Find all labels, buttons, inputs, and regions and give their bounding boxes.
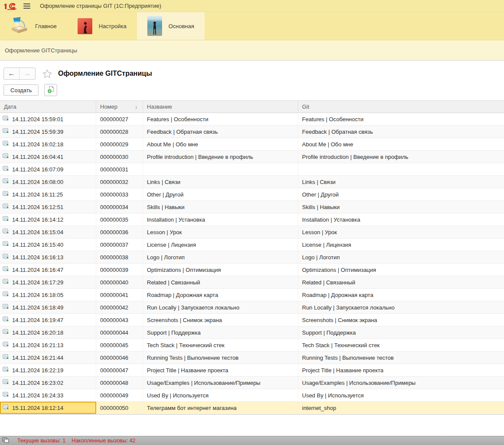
date-cell[interactable]: 14.11.2024 16:17:29 [0, 276, 96, 288]
forward-button[interactable]: → [20, 68, 35, 79]
table-row[interactable]: 14.11.2024 16:14:12 000000035 Installati… [0, 213, 504, 226]
git-cell[interactable]: Screenshots | Снимок экрана [298, 314, 504, 326]
date-cell[interactable]: 14.11.2024 16:12:51 [0, 201, 96, 213]
git-cell[interactable]: Features | Особенности [298, 113, 504, 125]
date-cell[interactable]: 14.11.2024 16:24:33 [0, 389, 96, 401]
number-cell[interactable]: 000000030 [96, 151, 143, 163]
date-cell[interactable]: 14.11.2024 16:22:19 [0, 364, 96, 376]
date-cell[interactable]: 14.11.2024 16:18:05 [0, 289, 96, 301]
name-cell[interactable]: Optimizations | Оптимизация [143, 264, 298, 276]
git-cell[interactable]: Feedback | Обратная связь [298, 126, 504, 138]
table-row[interactable]: 14.11.2024 16:07:09 000000031 [0, 163, 504, 176]
git-cell[interactable]: License | Лицензия [298, 239, 504, 251]
number-cell[interactable]: 000000042 [96, 301, 143, 313]
git-cell[interactable]: internet_shop [298, 402, 504, 414]
name-cell[interactable]: Other | Другой [143, 188, 298, 200]
git-cell[interactable]: Support | Поддержка [298, 326, 504, 339]
number-cell[interactable]: 000000027 [96, 113, 143, 125]
table-row[interactable]: 14.11.2024 16:18:05 000000041 Roadmap | … [0, 289, 504, 301]
name-cell[interactable]: Links | Связи [143, 176, 298, 188]
name-cell[interactable]: Project Title | Название проекта [143, 364, 298, 376]
number-cell[interactable]: 000000044 [96, 326, 143, 339]
name-cell[interactable]: Skills | Навыки [143, 201, 298, 213]
table-row[interactable]: 14.11.2024 16:24:33 000000049 Used By | … [0, 389, 504, 402]
git-cell[interactable]: Installation | Установка [298, 213, 504, 226]
date-cell[interactable]: 14.11.2024 16:15:04 [0, 226, 96, 238]
number-cell[interactable]: 000000033 [96, 188, 143, 200]
git-cell[interactable]: Run Locally | Запускается локально [298, 301, 504, 313]
favorite-star-icon[interactable] [42, 69, 52, 79]
number-cell[interactable]: 000000034 [96, 201, 143, 213]
git-cell[interactable]: Profile introduction | Введение в профил… [298, 151, 504, 163]
back-button[interactable]: ← [4, 68, 20, 79]
date-cell[interactable]: 15.11.2024 18:12:14 [0, 402, 96, 414]
date-cell[interactable]: 14.11.2024 16:02:18 [0, 138, 96, 150]
git-cell[interactable]: About Me | Обо мне [298, 138, 504, 150]
table-row[interactable]: 14.11.2024 15:59:39 000000028 Feedback |… [0, 126, 504, 138]
git-cell[interactable]: Roadmap | Дорожная карта [298, 289, 504, 301]
name-cell[interactable]: About Me | Обо мне [143, 138, 298, 150]
date-cell[interactable]: 14.11.2024 16:16:47 [0, 264, 96, 276]
date-cell[interactable]: 14.11.2024 15:59:39 [0, 126, 96, 138]
name-cell[interactable]: Run Locally | Запускается локально [143, 301, 298, 313]
main-menu-icon[interactable] [23, 3, 30, 9]
table-row[interactable]: 14.11.2024 16:20:18 000000044 Support | … [0, 326, 504, 339]
git-cell[interactable]: Links | Связи [298, 176, 504, 188]
name-cell[interactable]: Running Tests | Выполнение тестов [143, 351, 298, 364]
name-cell[interactable]: Screenshots | Снимок экрана [143, 314, 298, 326]
number-cell[interactable]: 000000043 [96, 314, 143, 326]
date-cell[interactable]: 14.11.2024 16:11:25 [0, 188, 96, 200]
table-row[interactable]: 14.11.2024 16:02:18 000000029 About Me |… [0, 138, 504, 151]
name-cell[interactable]: Logo | Логотип [143, 251, 298, 263]
table-row[interactable]: 14.11.2024 16:12:51 000000034 Skills | Н… [0, 201, 504, 213]
name-cell[interactable]: Profile introduction | Введение в профил… [143, 151, 298, 163]
name-cell[interactable]: Installation | Установка [143, 213, 298, 226]
git-cell[interactable]: Lesson | Урок [298, 226, 504, 238]
name-cell[interactable]: Support | Поддержка [143, 326, 298, 339]
table-row[interactable]: 14.11.2024 16:18:49 000000042 Run Locall… [0, 301, 504, 314]
tab-osnovnaya[interactable]: Основная [137, 12, 205, 40]
name-cell[interactable]: Tech Stack | Технический стек [143, 339, 298, 351]
date-cell[interactable]: 14.11.2024 16:04:41 [0, 151, 96, 163]
windows-icon[interactable] [2, 437, 10, 445]
number-cell[interactable]: 000000047 [96, 364, 143, 376]
name-cell[interactable]: Телеграмм бот интернет магазина [143, 402, 298, 414]
number-cell[interactable]: 000000041 [96, 289, 143, 301]
column-header-number[interactable]: Номер ↓ [96, 101, 143, 113]
name-cell[interactable]: Related | Связанный [143, 276, 298, 288]
git-cell[interactable]: Used By | Используется [298, 389, 504, 401]
date-cell[interactable]: 14.11.2024 16:08:00 [0, 176, 96, 188]
git-cell[interactable]: Other | Другой [298, 188, 504, 200]
column-header-name[interactable]: Название [143, 101, 298, 113]
date-cell[interactable]: 14.11.2024 16:21:13 [0, 339, 96, 351]
git-cell[interactable]: Logo | Логотип [298, 251, 504, 263]
date-cell[interactable]: 14.11.2024 16:07:09 [0, 163, 96, 175]
number-cell[interactable]: 000000039 [96, 264, 143, 276]
git-cell[interactable] [298, 163, 504, 175]
name-cell[interactable]: Used By | Используется [143, 389, 298, 401]
tab-nastroyka[interactable]: Настройка [67, 12, 137, 40]
number-cell[interactable]: 000000049 [96, 389, 143, 401]
name-cell[interactable]: Roadmap | Дорожная карта [143, 289, 298, 301]
number-cell[interactable]: 000000032 [96, 176, 143, 188]
git-cell[interactable]: Skills | Навыки [298, 201, 504, 213]
create-button[interactable]: Создать [3, 84, 39, 96]
table-row[interactable]: 14.11.2024 16:19:47 000000043 Screenshot… [0, 314, 504, 326]
table-row[interactable]: 14.11.2024 16:11:25 000000033 Other | Др… [0, 188, 504, 201]
date-cell[interactable]: 14.11.2024 16:23:02 [0, 377, 96, 389]
number-cell[interactable]: 000000036 [96, 226, 143, 238]
git-cell[interactable]: Tech Stack | Технический стек [298, 339, 504, 351]
date-cell[interactable]: 14.11.2024 16:19:47 [0, 314, 96, 326]
table-row[interactable]: 14.11.2024 16:16:47 000000039 Optimizati… [0, 264, 504, 276]
date-cell[interactable]: 14.11.2024 16:18:49 [0, 301, 96, 313]
date-cell[interactable]: 14.11.2024 16:16:13 [0, 251, 96, 263]
git-cell[interactable]: Running Tests | Выполнение тестов [298, 351, 504, 364]
number-cell[interactable]: 000000029 [96, 138, 143, 150]
date-cell[interactable]: 14.11.2024 15:59:01 [0, 113, 96, 125]
table-row[interactable]: 14.11.2024 16:08:00 000000032 Links | Св… [0, 176, 504, 188]
table-row[interactable]: 14.11.2024 16:15:40 000000037 License | … [0, 239, 504, 251]
table-row[interactable]: 14.11.2024 16:21:13 000000045 Tech Stack… [0, 339, 504, 351]
table-row[interactable]: 14.11.2024 15:59:01 000000027 Features |… [0, 113, 504, 126]
date-cell[interactable]: 14.11.2024 16:21:44 [0, 351, 96, 364]
tab-glavnoe[interactable]: Главное [0, 12, 67, 40]
